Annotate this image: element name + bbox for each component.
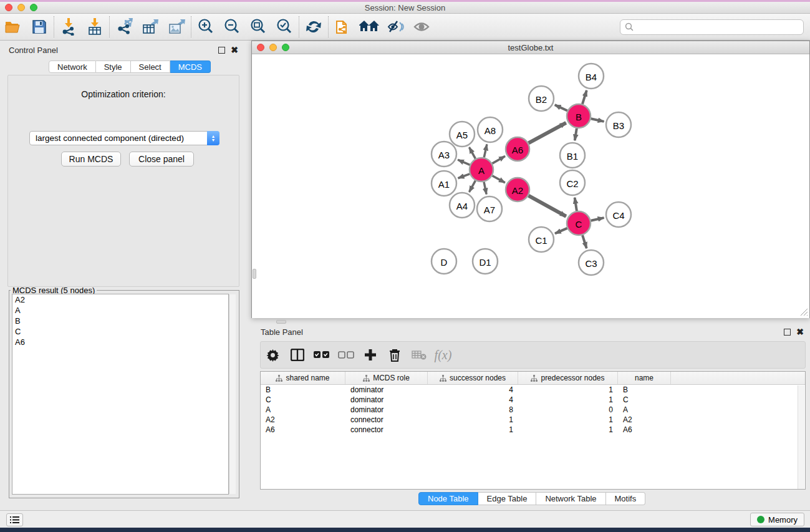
cell-mcds_role[interactable]: connector xyxy=(345,415,428,424)
hide-panels-icon[interactable] xyxy=(382,16,408,38)
graph-node-C[interactable]: C xyxy=(567,211,591,235)
mcds-result-item[interactable]: A2 xyxy=(12,294,228,305)
graph-node-A1[interactable]: A1 xyxy=(432,171,456,196)
cell-shared_name[interactable]: B xyxy=(261,385,345,394)
cell-shared_name[interactable]: A2 xyxy=(261,415,345,424)
cell-predecessor[interactable]: 1 xyxy=(518,395,618,404)
zoom-fit-icon[interactable] xyxy=(245,16,271,38)
graph-edge-A-A2[interactable] xyxy=(493,176,505,183)
network-graph-canvas[interactable]: AA1A2A3A4A5A6A7A8BB1B2B3B4CC1C2C3C4DD1 xyxy=(252,55,809,318)
graph-node-A7[interactable]: A7 xyxy=(477,196,502,221)
graph-node-C4[interactable]: C4 xyxy=(606,202,631,227)
graph-edge-A-A3[interactable] xyxy=(458,160,470,165)
cell-mcds_role[interactable]: dominator xyxy=(345,395,428,404)
export-table-icon[interactable] xyxy=(137,16,163,38)
delete-table-icon[interactable] xyxy=(407,344,431,366)
graph-edge-A-A7[interactable] xyxy=(484,182,486,195)
window-resize-grip[interactable] xyxy=(800,308,808,316)
float-panel-icon[interactable] xyxy=(218,47,225,54)
mcds-result-item[interactable]: C xyxy=(12,326,228,337)
cell-successor[interactable]: 8 xyxy=(428,405,518,414)
mcds-result-item[interactable]: B xyxy=(12,316,228,326)
graph-node-B3[interactable]: B3 xyxy=(606,112,631,137)
export-network-icon[interactable] xyxy=(111,16,137,38)
graph-edge-A2-C[interactable] xyxy=(529,196,566,216)
graph-node-A2[interactable]: A2 xyxy=(506,178,529,201)
float-table-panel-icon[interactable] xyxy=(784,329,791,336)
column-header-shared-name[interactable]: shared name xyxy=(261,372,345,384)
columns-icon[interactable] xyxy=(285,344,309,366)
network-horizontal-scrollbar[interactable] xyxy=(276,320,286,324)
graph-node-A3[interactable]: A3 xyxy=(432,142,456,167)
search-field[interactable] xyxy=(620,19,804,35)
cell-name[interactable]: A2 xyxy=(618,415,671,424)
node-table[interactable]: shared nameMCDS rolesuccessor nodesprede… xyxy=(260,371,806,490)
table-row[interactable]: A6connector11A6 xyxy=(261,425,805,435)
tab-edge-table[interactable]: Edge Table xyxy=(478,492,537,505)
show-panels-icon[interactable] xyxy=(408,16,435,38)
table-row[interactable]: Adominator80A xyxy=(261,405,805,415)
function-builder-icon[interactable]: f(x) xyxy=(431,344,455,366)
close-panel-icon[interactable]: ✖ xyxy=(231,47,238,54)
graph-node-A5[interactable]: A5 xyxy=(450,122,475,147)
task-history-button[interactable] xyxy=(6,513,23,526)
delete-column-icon[interactable] xyxy=(382,344,407,366)
import-network-icon[interactable] xyxy=(55,16,82,38)
graph-node-B1[interactable]: B1 xyxy=(560,143,585,168)
new-network-icon[interactable] xyxy=(330,16,356,38)
graph-edge-B-B4[interactable] xyxy=(582,90,587,104)
graph-node-D1[interactable]: D1 xyxy=(473,249,498,274)
cell-shared_name[interactable]: A xyxy=(261,405,345,414)
cell-shared_name[interactable]: A6 xyxy=(261,425,345,434)
table-row[interactable]: Bdominator41B xyxy=(261,385,805,395)
graph-edge-C-C3[interactable] xyxy=(582,235,587,248)
cell-successor[interactable]: 1 xyxy=(428,415,518,424)
cell-mcds_role[interactable]: connector xyxy=(345,425,428,434)
tab-mcds[interactable]: MCDS xyxy=(170,60,211,73)
table-row[interactable]: A2connector11A2 xyxy=(261,415,805,425)
column-header-successor-nodes[interactable]: successor nodes xyxy=(428,372,518,384)
select-all-checkboxes-icon[interactable] xyxy=(309,344,334,366)
graph-node-A8[interactable]: A8 xyxy=(478,117,503,142)
save-session-icon[interactable] xyxy=(26,16,52,38)
zoom-out-icon[interactable] xyxy=(219,16,245,38)
column-header-name[interactable]: name xyxy=(618,372,671,384)
graph-edge-A-A5[interactable] xyxy=(469,147,475,158)
zoom-in-icon[interactable] xyxy=(193,16,219,38)
refresh-layout-icon[interactable] xyxy=(301,16,327,38)
column-header-predecessor-nodes[interactable]: predecessor nodes xyxy=(518,372,618,384)
mcds-result-list[interactable]: A2ABCA6 xyxy=(12,294,229,495)
open-session-icon[interactable] xyxy=(0,16,26,38)
criterion-dropdown[interactable]: largest connected component (directed) ▲… xyxy=(29,131,219,145)
graph-edge-B-B1[interactable] xyxy=(575,128,577,141)
graph-edge-C-C1[interactable] xyxy=(555,228,567,234)
cell-predecessor[interactable]: 1 xyxy=(518,415,618,424)
close-panel-button[interactable]: Close panel xyxy=(129,152,194,167)
memory-button[interactable]: Memory xyxy=(750,513,804,526)
tab-style[interactable]: Style xyxy=(96,60,131,73)
cell-shared_name[interactable]: C xyxy=(261,395,345,404)
mcds-result-item[interactable]: A xyxy=(12,305,228,316)
mcds-result-item[interactable]: A6 xyxy=(12,337,228,347)
node-table-header[interactable]: shared nameMCDS rolesuccessor nodesprede… xyxy=(261,372,805,385)
graph-edge-A-A8[interactable] xyxy=(484,144,487,157)
result-list-scrollbar[interactable] xyxy=(229,294,236,494)
deselect-all-checkboxes-icon[interactable] xyxy=(334,344,358,366)
cell-predecessor[interactable]: 0 xyxy=(518,405,618,414)
settings-gear-icon[interactable] xyxy=(261,344,285,366)
graph-edge-A6-B[interactable] xyxy=(529,123,566,143)
close-table-panel-icon[interactable]: ✖ xyxy=(796,329,804,336)
graph-edge-B-B2[interactable] xyxy=(555,105,567,110)
run-mcds-button[interactable]: Run MCDS xyxy=(61,152,121,167)
graph-edge-A-A1[interactable] xyxy=(458,174,470,178)
cell-name[interactable]: A xyxy=(618,405,671,414)
graph-node-C3[interactable]: C3 xyxy=(579,250,604,275)
graph-edge-C-C4[interactable] xyxy=(591,218,604,221)
tab-select[interactable]: Select xyxy=(131,60,170,73)
cell-successor[interactable]: 1 xyxy=(428,425,518,434)
graph-node-B[interactable]: B xyxy=(567,104,591,128)
graph-node-B4[interactable]: B4 xyxy=(579,64,604,89)
cell-name[interactable]: C xyxy=(618,395,671,404)
graph-edge-A-A4[interactable] xyxy=(469,181,475,192)
table-row[interactable]: Cdominator41C xyxy=(261,395,805,405)
